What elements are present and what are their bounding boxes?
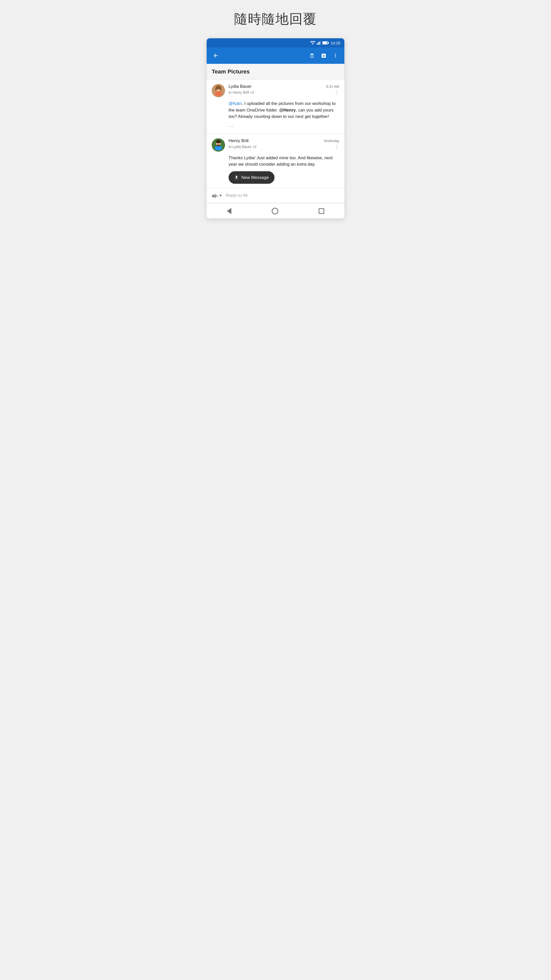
status-icons: 10:28 xyxy=(310,41,340,45)
trash-icon xyxy=(309,53,315,59)
app-bar xyxy=(206,48,345,64)
more-message-options-henry[interactable]: ⋮ xyxy=(335,144,339,150)
message-body-henry: Thanks Lydia! Just added mine too. And l… xyxy=(229,155,339,184)
app-bar-right xyxy=(307,51,340,60)
sender-row-lydia: Lydia Bauer 8:31 AM xyxy=(229,84,339,89)
svg-rect-3 xyxy=(319,41,320,45)
archive-icon xyxy=(321,53,327,59)
email-message-lydia: Lydia Bauer 8:31 AM to Henry Brill +2 ⋮ … xyxy=(206,80,345,134)
delete-button[interactable] xyxy=(307,51,317,60)
svg-point-9 xyxy=(215,87,217,91)
nav-back-button[interactable] xyxy=(227,208,231,214)
wifi-icon xyxy=(310,41,315,45)
svg-rect-2 xyxy=(318,42,319,45)
svg-point-7 xyxy=(215,91,222,96)
reply-to-all-label[interactable]: Reply to All xyxy=(226,193,248,198)
message-header-henry: Henry Brill Yesterday to Lydia Bauer +2 … xyxy=(212,138,339,151)
new-message-button[interactable]: New Message xyxy=(229,171,275,184)
new-message-label: New Message xyxy=(241,174,269,181)
recipient-text-henry: to Lydia Bauer +2 xyxy=(229,145,257,149)
email-subject-header: Team Pictures xyxy=(206,64,345,80)
home-circle-icon xyxy=(272,208,278,215)
svg-point-10 xyxy=(220,87,221,91)
mention-katri: @Katri xyxy=(229,101,242,106)
app-bar-left xyxy=(211,51,221,61)
recipient-row-lydia: to Henry Brill +2 ⋮ xyxy=(229,89,339,95)
download-arrow-icon xyxy=(234,175,239,180)
archive-button[interactable] xyxy=(319,51,329,60)
henry-avatar-image xyxy=(212,138,225,151)
svg-point-15 xyxy=(217,145,220,146)
page-title: 隨時隨地回覆 xyxy=(234,10,317,28)
message-meta-lydia: Lydia Bauer 8:31 AM to Henry Brill +2 ⋮ xyxy=(229,84,339,95)
back-button[interactable] xyxy=(211,51,221,61)
status-bar: 10:28 xyxy=(206,38,345,48)
back-arrow-icon xyxy=(213,52,219,59)
battery-icon xyxy=(322,41,328,45)
avatar-henry xyxy=(212,138,225,151)
more-vert-icon xyxy=(333,53,338,59)
mention-henry: @Henry xyxy=(279,108,295,113)
sender-name-henry: Henry Brill xyxy=(229,138,248,143)
nav-bar xyxy=(206,203,345,218)
status-time: 10:28 xyxy=(330,41,340,45)
svg-rect-1 xyxy=(317,43,318,45)
reply-dropdown-arrow[interactable]: ▾ xyxy=(219,192,222,198)
message-time-lydia: 8:31 AM xyxy=(326,84,339,89)
henry-body-text: Thanks Lydia! Just added mine too. And l… xyxy=(229,156,333,167)
recent-square-icon xyxy=(319,208,324,214)
message-time-henry: Yesterday xyxy=(324,139,339,143)
more-message-options-lydia[interactable]: ⋮ xyxy=(335,89,339,95)
reply-all-icon xyxy=(212,193,218,198)
nav-home-button[interactable] xyxy=(272,208,278,215)
message-body-lydia: @Katri, I uploaded all the pictures from… xyxy=(229,100,339,130)
page-wrapper: 隨時隨地回覆 xyxy=(206,10,345,218)
back-triangle-icon xyxy=(227,208,231,214)
message-meta-henry: Henry Brill Yesterday to Lydia Bauer +2 … xyxy=(229,138,339,150)
sender-row-henry: Henry Brill Yesterday xyxy=(229,138,339,143)
svg-marker-0 xyxy=(312,43,314,45)
svg-point-14 xyxy=(216,140,221,143)
phone-frame: 10:28 xyxy=(206,38,345,218)
signal-icon xyxy=(317,41,321,45)
email-subject: Team Pictures xyxy=(212,68,339,75)
reply-bar[interactable]: ▾ Reply to All xyxy=(206,188,345,203)
more-options-button[interactable] xyxy=(330,51,340,60)
message-header-lydia: Lydia Bauer 8:31 AM to Henry Brill +2 ⋮ xyxy=(212,84,339,97)
lydia-avatar-image xyxy=(212,84,225,97)
sender-name-lydia: Lydia Bauer xyxy=(229,84,251,89)
recipient-row-henry: to Lydia Bauer +2 ⋮ xyxy=(229,144,339,150)
email-message-henry: Henry Brill Yesterday to Lydia Bauer +2 … xyxy=(206,134,345,188)
nav-recent-button[interactable] xyxy=(319,208,324,214)
svg-rect-4 xyxy=(321,41,321,45)
ellipsis-indicator: ··· xyxy=(229,123,339,130)
recipient-text-lydia: to Henry Brill +2 xyxy=(229,90,254,94)
avatar-lydia xyxy=(212,84,225,97)
